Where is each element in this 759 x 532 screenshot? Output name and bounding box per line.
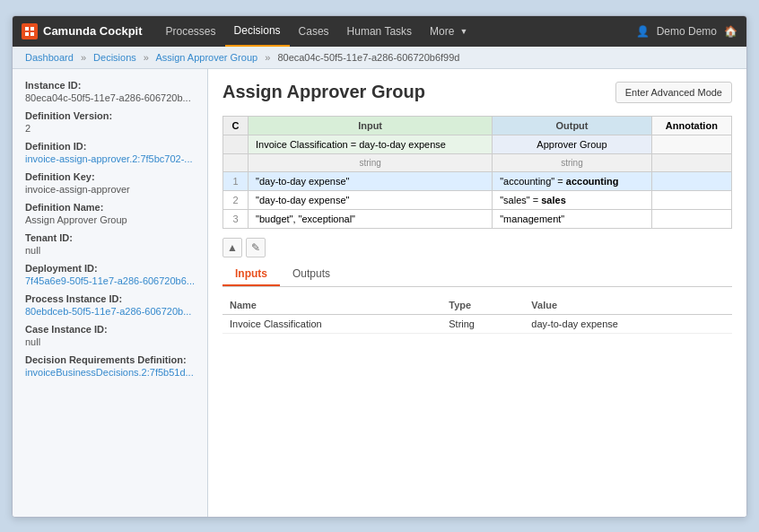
nav-cases[interactable]: Cases bbox=[290, 16, 338, 47]
deployment-id-label: Deployment ID: bbox=[25, 263, 195, 274]
svg-rect-0 bbox=[25, 27, 29, 31]
svg-rect-2 bbox=[25, 32, 29, 36]
nav-human-tasks[interactable]: Human Tasks bbox=[338, 16, 421, 47]
dropdown-arrow-icon: ▼ bbox=[459, 27, 467, 36]
nav-up-button[interactable]: ▲ bbox=[222, 238, 242, 257]
output-desc: Approver Group bbox=[493, 135, 652, 153]
row-output-1: "accounting" = accounting bbox=[493, 171, 652, 190]
nav-edit-button[interactable]: ✎ bbox=[246, 238, 266, 257]
io-col-name: Name bbox=[222, 296, 441, 315]
breadcrumb-decisions[interactable]: Decisions bbox=[93, 52, 136, 63]
process-instance-id-value[interactable]: 80ebdceb-50f5-11e7-a286-606720b... bbox=[25, 306, 195, 317]
decision-header: Assign Approver Group Enter Advanced Mod… bbox=[222, 82, 732, 103]
nav-decisions[interactable]: Decisions bbox=[225, 16, 290, 47]
deployment-id-value[interactable]: 7f45a6e9-50f5-11e7-a286-606720b6... bbox=[25, 275, 195, 286]
table-row: 3 "budget", "exceptional" "management" bbox=[223, 209, 732, 228]
col-output-header: Output bbox=[493, 116, 652, 135]
type-input: string bbox=[249, 153, 493, 171]
def-id-label: Definition ID: bbox=[25, 141, 195, 152]
enter-advanced-mode-button[interactable]: Enter Advanced Mode bbox=[615, 82, 732, 103]
row-output-3: "management" bbox=[493, 209, 652, 228]
row-num-2: 2 bbox=[223, 190, 249, 209]
row-output-2: "sales" = sales bbox=[493, 190, 652, 209]
row-input-1: "day-to-day expense" bbox=[249, 171, 493, 190]
tab-outputs[interactable]: Outputs bbox=[280, 263, 343, 286]
def-version-value: 2 bbox=[25, 123, 195, 134]
tab-inputs[interactable]: Inputs bbox=[222, 263, 280, 286]
type-annotation bbox=[651, 153, 731, 171]
def-id-value[interactable]: invoice-assign-approver.2:7f5bc702-... bbox=[25, 153, 195, 164]
table-row: 1 "day-to-day expense" "accounting" = ac… bbox=[223, 171, 732, 190]
io-name-1: Invoice Classification bbox=[222, 314, 441, 333]
col-input-header: Input bbox=[249, 116, 493, 135]
case-instance-id-label: Case Instance ID: bbox=[25, 324, 195, 335]
nav-arrows: ▲ ✎ bbox=[222, 238, 732, 257]
io-col-type: Type bbox=[441, 296, 524, 315]
def-name-label: Definition Name: bbox=[25, 202, 195, 213]
row-annotation-1 bbox=[651, 171, 731, 190]
content-area: Assign Approver Group Enter Advanced Mod… bbox=[208, 69, 746, 517]
type-c bbox=[223, 153, 249, 171]
user-icon: 👤 bbox=[636, 25, 650, 38]
case-instance-id-value: null bbox=[25, 336, 195, 347]
io-table: Name Type Value Invoice Classification S… bbox=[222, 296, 732, 334]
col-annotation-header: Annotation bbox=[651, 116, 731, 135]
annotation-desc bbox=[651, 135, 731, 153]
row-num-1: 1 bbox=[223, 171, 249, 190]
sidebar: Instance ID: 80eca04c-50f5-11e7-a286-606… bbox=[13, 69, 208, 517]
desc-c bbox=[223, 135, 249, 153]
breadcrumb-sep-1: » bbox=[81, 52, 86, 63]
tenant-id-value: null bbox=[25, 245, 195, 256]
def-key-label: Definition Key: bbox=[25, 171, 195, 182]
def-name-value: Assign Approver Group bbox=[25, 214, 195, 225]
row-input-2: "day-to-day expense" bbox=[249, 190, 493, 209]
decision-req-value[interactable]: invoiceBusinessDecisions.2:7f5b51d... bbox=[25, 367, 195, 378]
type-output: string bbox=[493, 153, 652, 171]
def-version-label: Definition Version: bbox=[25, 110, 195, 121]
process-instance-id-label: Process Instance ID: bbox=[25, 293, 195, 304]
tenant-id-label: Tenant ID: bbox=[25, 232, 195, 243]
breadcrumb-assign-approver[interactable]: Assign Approver Group bbox=[155, 52, 257, 63]
io-row: Invoice Classification String day-to-day… bbox=[222, 314, 732, 333]
instance-id-value: 80eca04c-50f5-11e7-a286-606720b... bbox=[25, 92, 195, 103]
breadcrumb: Dashboard » Decisions » Assign Approver … bbox=[13, 47, 746, 69]
def-key-value: invoice-assign-approver bbox=[25, 184, 195, 195]
io-type-1: String bbox=[441, 314, 524, 333]
row-num-3: 3 bbox=[223, 209, 249, 228]
svg-rect-3 bbox=[31, 32, 34, 36]
breadcrumb-dashboard[interactable]: Dashboard bbox=[25, 52, 74, 63]
dmn-table: C Input Output Annotation Invoice Classi… bbox=[222, 116, 732, 229]
io-value-1: day-to-day expense bbox=[524, 314, 732, 333]
row-input-3: "budget", "exceptional" bbox=[249, 209, 493, 228]
home-icon[interactable]: 🏠 bbox=[724, 25, 737, 38]
breadcrumb-instance-id: 80eca04c-50f5-11e7-a286-606720b6f99d bbox=[277, 52, 459, 63]
navbar-right: 👤 Demo Demo 🏠 bbox=[636, 25, 737, 38]
breadcrumb-sep-3: » bbox=[265, 52, 270, 63]
io-col-value: Value bbox=[524, 296, 732, 315]
decision-title: Assign Approver Group bbox=[222, 82, 425, 102]
row-annotation-2 bbox=[651, 190, 731, 209]
decision-req-label: Decision Requirements Definition: bbox=[25, 354, 195, 365]
table-row: 2 "day-to-day expense" "sales" = sales bbox=[223, 190, 732, 209]
io-tabs: Inputs Outputs bbox=[222, 263, 732, 287]
input-desc: Invoice Classification = day-to-day expe… bbox=[249, 135, 493, 153]
brand: Camunda Cockpit bbox=[22, 23, 143, 39]
row-annotation-3 bbox=[651, 209, 731, 228]
svg-rect-1 bbox=[31, 27, 34, 31]
nav-processes[interactable]: Processes bbox=[157, 16, 225, 47]
main-content: Instance ID: 80eca04c-50f5-11e7-a286-606… bbox=[13, 69, 746, 517]
brand-icon bbox=[22, 23, 38, 39]
nav-more[interactable]: More ▼ bbox=[421, 16, 476, 47]
breadcrumb-sep-2: » bbox=[144, 52, 149, 63]
instance-id-label: Instance ID: bbox=[25, 80, 195, 91]
navbar: Camunda Cockpit Processes Decisions Case… bbox=[13, 16, 746, 47]
col-c-header: C bbox=[223, 116, 249, 135]
